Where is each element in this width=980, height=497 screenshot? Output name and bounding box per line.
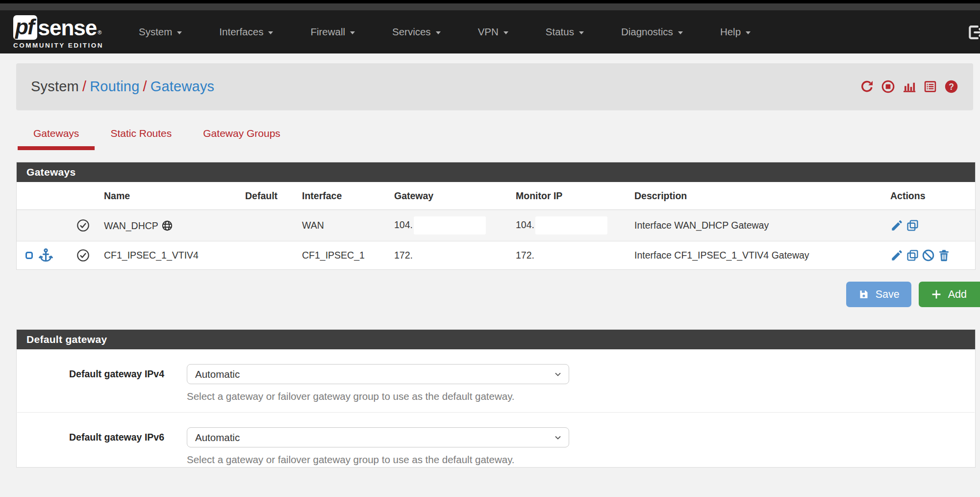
menu-system[interactable]: System: [139, 26, 182, 38]
edit-icon[interactable]: [890, 219, 904, 232]
window-top-strip: [0, 0, 980, 3]
chart-icon[interactable]: [902, 79, 916, 94]
delete-icon[interactable]: [937, 249, 951, 262]
edit-icon[interactable]: [890, 249, 904, 262]
cell-actions: [885, 210, 975, 241]
col-status: [72, 182, 99, 210]
add-button[interactable]: Add: [919, 282, 980, 307]
tab-gateway-groups[interactable]: Gateway Groups: [187, 128, 296, 150]
save-icon: [858, 288, 870, 300]
cell-status: [72, 210, 99, 241]
menu-firewall[interactable]: Firewall: [310, 26, 355, 38]
add-button-label: Add: [948, 288, 967, 301]
window-secondary-strip: [0, 3, 980, 10]
col-name: Name: [99, 182, 240, 210]
monitor-ip: 104.: [516, 219, 534, 230]
help-text: Select a gateway or failover gateway gro…: [187, 391, 569, 402]
redaction-box: [535, 216, 607, 235]
default-gateway-panel: Default gateway Default gateway IPv4 Aut…: [16, 329, 976, 468]
cell-description: Interface CF1_IPSEC_1_VTIV4 Gateway: [629, 241, 885, 270]
breadcrumb-link-routing[interactable]: Routing: [90, 78, 139, 94]
cell-default: [240, 210, 297, 241]
default-gateway-panel-title: Default gateway: [17, 330, 975, 349]
chevron-down-icon: [553, 369, 563, 379]
help-icon[interactable]: ?: [944, 79, 958, 94]
default-gateway-square-icon: [25, 252, 33, 259]
redaction-box: [414, 216, 486, 235]
cell-interface: CF1_IPSEC_1: [297, 241, 389, 270]
save-button-label: Save: [876, 288, 900, 301]
community-edition-label: COMMUNITY EDITION: [13, 42, 103, 49]
cell-gateway: 104.: [389, 210, 511, 241]
breadcrumb-link-gateways[interactable]: Gateways: [151, 78, 215, 94]
svg-text:?: ?: [949, 82, 954, 92]
cell-default: [240, 241, 297, 270]
plus-icon: [930, 288, 942, 300]
stop-icon[interactable]: [881, 79, 895, 94]
cell-monitor-ip: 172.: [511, 241, 629, 270]
copy-icon[interactable]: [906, 249, 919, 262]
logo-pf: pf: [13, 15, 37, 40]
chevron-down-icon: [678, 31, 683, 34]
table-row: WAN_DHCP WAN 104. 104. Interface WAN_DHC…: [17, 210, 975, 241]
cell-interface: WAN: [297, 210, 389, 241]
col-description: Description: [629, 182, 885, 210]
menu-vpn[interactable]: VPN: [478, 26, 508, 38]
menu-services[interactable]: Services: [392, 26, 441, 38]
registered-mark: ®: [98, 25, 101, 40]
save-button[interactable]: Save: [846, 282, 911, 307]
anchor-icon: [38, 248, 53, 263]
col-default: Default: [240, 182, 297, 210]
menu-diagnostics-label: Diagnostics: [621, 26, 673, 38]
default-gateway-form: Default gateway IPv4 Automatic Select a …: [17, 349, 975, 468]
cell-markers: [17, 241, 72, 270]
pfsense-logo-wordmark: pf sense ®: [13, 15, 103, 40]
form-row-ipv4: Default gateway IPv4 Automatic Select a …: [17, 349, 975, 413]
chevron-down-icon: [350, 31, 355, 34]
table-buttons: Save Add: [16, 282, 980, 307]
cell-gateway: 172.: [389, 241, 511, 270]
col-actions: Actions: [885, 182, 975, 210]
refresh-icon[interactable]: [860, 79, 874, 94]
breadcrumb-section: System: [31, 78, 79, 94]
default-gateway-ipv6-select[interactable]: Automatic: [187, 427, 569, 447]
breadcrumb-actions: ?: [860, 79, 958, 94]
selected-option: Automatic: [195, 368, 240, 380]
tab-gateways[interactable]: Gateways: [18, 128, 95, 150]
selected-option: Automatic: [195, 432, 240, 444]
chevron-down-icon: [503, 31, 508, 34]
col-interface: Interface: [297, 182, 389, 210]
cell-actions: [885, 241, 975, 270]
log-icon[interactable]: [923, 79, 937, 94]
default-gateway-ipv6-field: Automatic Select a gateway or failover g…: [187, 427, 569, 466]
chevron-down-icon: [553, 433, 563, 443]
table-header-row: Name Default Interface Gateway Monitor I…: [17, 182, 975, 210]
col-monitor-ip: Monitor IP: [511, 182, 629, 210]
table-row: CF1_IPSEC_1_VTIV4 CF1_IPSEC_1 172. 172. …: [17, 241, 975, 270]
copy-icon[interactable]: [906, 219, 919, 232]
menu-status[interactable]: Status: [546, 26, 584, 38]
sign-out-icon[interactable]: [966, 23, 980, 44]
disable-icon[interactable]: [922, 249, 935, 262]
menu-diagnostics[interactable]: Diagnostics: [621, 26, 683, 38]
top-navbar: pf sense ® COMMUNITY EDITION System Inte…: [0, 10, 980, 53]
gateway-name: WAN_DHCP: [104, 220, 158, 231]
default-gateway-ipv6-label: Default gateway IPv6: [17, 427, 164, 466]
chevron-down-icon: [268, 31, 273, 34]
help-text: Select a gateway or failover gateway gro…: [187, 454, 569, 466]
default-gateway-ipv4-select[interactable]: Automatic: [187, 364, 569, 384]
breadcrumb-separator: /: [79, 78, 90, 94]
cell-markers: [17, 210, 72, 241]
menu-interfaces-label: Interfaces: [219, 26, 263, 38]
menu-status-label: Status: [546, 26, 574, 38]
gateways-panel-title: Gateways: [17, 162, 975, 182]
tab-static-routes[interactable]: Static Routes: [95, 128, 187, 150]
menu-interfaces[interactable]: Interfaces: [219, 26, 273, 38]
menu-help[interactable]: Help: [720, 26, 751, 38]
col-markers: [17, 182, 72, 210]
menu-services-label: Services: [392, 26, 431, 38]
chevron-down-icon: [746, 31, 751, 34]
pfsense-logo[interactable]: pf sense ® COMMUNITY EDITION: [13, 15, 103, 49]
status-online-icon: [76, 219, 90, 232]
cell-description: Interface WAN_DHCP Gateway: [629, 210, 885, 241]
